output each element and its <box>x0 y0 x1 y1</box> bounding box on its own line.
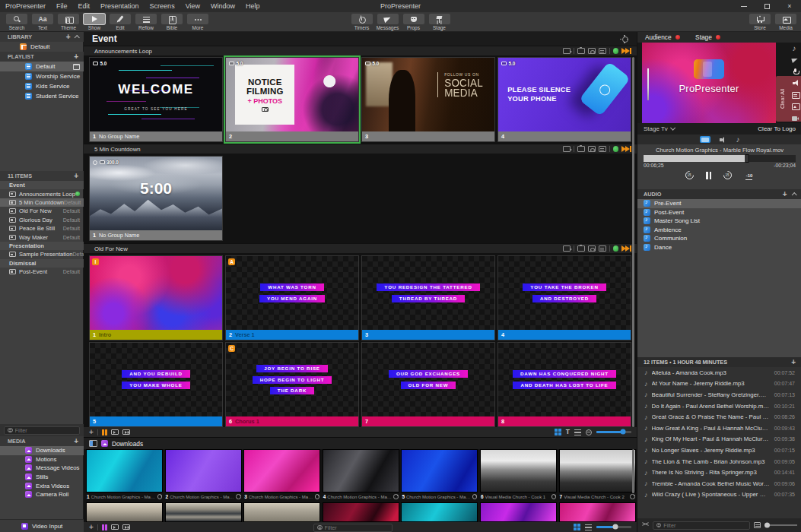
slide-countdown[interactable]: 300.0 5:00 1No Group Name <box>89 156 223 241</box>
toolbar-button[interactable]: Messages <box>377 14 399 30</box>
loop-icon[interactable] <box>630 494 635 499</box>
slide-phone[interactable]: 5.0 PLEASE SILENCEYOUR PHONE 4 <box>497 57 631 142</box>
pause-indicator-icon[interactable] <box>102 429 108 435</box>
grid-view-icon[interactable] <box>555 429 561 435</box>
lyric-slide[interactable]: AND YOU REBUILDYOU MAKE WHOLE 5 <box>89 342 223 427</box>
slide-notice[interactable]: 5.0 NOTICE FILMING + PHOTOS 2 <box>225 57 359 142</box>
media-bin-item[interactable]: Stills <box>0 473 84 482</box>
media-bin-item[interactable]: Camera Roll <box>0 490 84 499</box>
minimize-button[interactable] <box>733 0 755 12</box>
loop-icon[interactable] <box>588 146 596 152</box>
skip-icon[interactable] <box>122 429 130 435</box>
media-progress-bar[interactable] <box>644 155 796 162</box>
tab-stage[interactable]: Stage <box>695 33 720 41</box>
add-media-button[interactable]: + <box>89 524 94 530</box>
main-scrollbar[interactable] <box>632 57 634 427</box>
media-bin-item[interactable]: Extra Videos <box>0 481 84 490</box>
video-input-row[interactable]: Video Input <box>0 519 84 532</box>
collapse-icon[interactable] <box>75 35 79 40</box>
playlist-item[interactable]: Kids Service <box>0 81 84 91</box>
toolbar-button[interactable]: Reflow <box>135 14 157 30</box>
media-thumbnail[interactable]: 1 Church Motion Graphics - Marble Fl.. <box>86 449 163 501</box>
media-bin-item[interactable]: Motions <box>0 455 84 464</box>
lyric-slide[interactable]: I 1Intro <box>89 255 223 340</box>
clear-slide-icon[interactable] <box>789 89 801 100</box>
add-slide-button[interactable]: + <box>89 429 94 435</box>
toolbar-button[interactable]: Edit <box>110 14 131 30</box>
menu-item[interactable]: Help <box>240 0 265 12</box>
playlist-entry[interactable]: 5 Min Countdown Default <box>0 198 84 207</box>
thumbnail-size-slider[interactable] <box>596 526 631 527</box>
media-thumbnail[interactable] <box>323 502 399 522</box>
add-media-button[interactable]: + <box>74 439 78 444</box>
shuffle-icon[interactable] <box>642 522 649 529</box>
playlist-entry[interactable]: Peace Be Still Default <box>0 224 84 233</box>
arrange-icon[interactable] <box>599 48 606 54</box>
media-thumbnail[interactable] <box>480 502 557 522</box>
toolbar-button[interactable]: Props <box>403 14 424 30</box>
song-row[interactable]: ♪ The Lion & The Lamb - Brian Johnson.mp… <box>637 456 801 467</box>
song-row[interactable]: ♪ Do It Again - Paul Arend Bethel Worshi… <box>637 401 801 412</box>
loop-icon[interactable] <box>588 245 596 252</box>
song-row[interactable]: ♪ At Your Name - Jeremy Riddle.mp3 00:07… <box>637 378 801 390</box>
copy-icon[interactable] <box>577 48 585 54</box>
loop-icon[interactable] <box>588 48 596 54</box>
media-thumbnail[interactable]: 2 Church Motion Graphics - Marble Fl.. <box>165 449 242 501</box>
playlist-item[interactable]: Default <box>0 62 84 71</box>
list-view-icon[interactable] <box>585 524 592 530</box>
add-library-button[interactable]: + <box>66 35 71 40</box>
volume-slider[interactable] <box>764 524 797 526</box>
lyric-slide[interactable]: C JOY BEGIN TO RISEHOPE BEGIN TO LIGHTTH… <box>225 342 359 427</box>
copy-icon[interactable] <box>577 146 585 152</box>
slide-social[interactable]: 5.0 FOLLOW US ON SOCIAL MEDIA 3 <box>361 57 495 142</box>
arrange-icon[interactable] <box>599 245 606 252</box>
close-button[interactable]: × <box>778 0 801 12</box>
audio-playlist-item[interactable]: Master Song List <box>637 217 801 226</box>
advance-icon[interactable] <box>621 146 631 153</box>
toolbar-button[interactable]: Media <box>775 14 796 30</box>
text-view-icon[interactable]: T <box>566 429 570 435</box>
advance-icon[interactable] <box>621 48 631 55</box>
play-order-icon[interactable] <box>563 146 571 152</box>
play-order-icon[interactable] <box>563 245 571 252</box>
loop-icon[interactable] <box>157 494 163 499</box>
menu-item[interactable]: Edit <box>73 0 96 12</box>
audio-output-icon[interactable]: ♪ <box>736 136 740 144</box>
lyric-slide[interactable]: YOU TAKE THE BROKENAND DESTROYED 4 <box>497 255 631 340</box>
song-row[interactable]: ♪ There Is No Striving - Rita Springer.m… <box>637 467 801 478</box>
lyric-slide[interactable]: A WHAT WAS TORNYOU MEND AGAIN 2Verse 1 <box>225 255 359 340</box>
playlist-entry[interactable]: Announcements Loop Defa... <box>0 189 84 198</box>
toolbar-button[interactable]: Text <box>32 14 53 30</box>
clear-announcements-icon[interactable] <box>789 78 801 89</box>
skip-back-15-button[interactable] <box>685 170 695 180</box>
song-row[interactable]: ♪ Beautiful Surrender - Steffany Gretzin… <box>637 389 801 401</box>
menu-item[interactable]: File <box>51 0 73 12</box>
collapse-icon[interactable] <box>792 192 796 197</box>
song-row[interactable]: ♪ Tremble - Amanda Cook Bethel Music Wor… <box>637 478 801 489</box>
live-dot-icon[interactable] <box>613 146 619 152</box>
clear-to-logo-button[interactable]: Clear To Logo <box>758 125 796 132</box>
song-row[interactable]: ♪ Great Grace & O Praise The Name - Paul… <box>637 411 801 423</box>
media-scrollbar[interactable] <box>632 449 634 493</box>
audio-playlist-item[interactable]: Dance <box>637 243 801 252</box>
add-item-button[interactable]: + <box>74 174 78 179</box>
media-bin-item[interactable]: Downloads <box>0 446 84 455</box>
thumbnail-size-slider[interactable] <box>596 431 631 432</box>
toolbar-button[interactable]: Theme <box>58 14 79 30</box>
song-row[interactable]: ♪ King Of My Heart - Paul & Hannah McClu… <box>637 434 801 445</box>
clear-messages-icon[interactable] <box>789 54 801 65</box>
volume-knob[interactable] <box>764 523 770 528</box>
songs-filter-input[interactable] <box>663 522 746 529</box>
audio-playlist-item[interactable]: Ambience <box>637 226 801 235</box>
add-audio-button[interactable]: + <box>783 192 787 197</box>
playlist-entry[interactable]: Dismissal <box>0 259 84 268</box>
audio-playlist-item[interactable]: Communion <box>637 234 801 243</box>
toolbar-button[interactable]: Store <box>749 14 771 30</box>
toolbar-button[interactable]: Show <box>84 14 105 30</box>
toolbar-button[interactable]: Search <box>6 14 27 30</box>
view-mode-icon[interactable] <box>111 524 119 530</box>
panel-toggle-icon[interactable] <box>89 440 97 447</box>
grid-view-icon[interactable] <box>574 524 580 530</box>
toolbar-button[interactable]: Bible <box>161 14 183 30</box>
loop-icon[interactable] <box>393 494 399 499</box>
